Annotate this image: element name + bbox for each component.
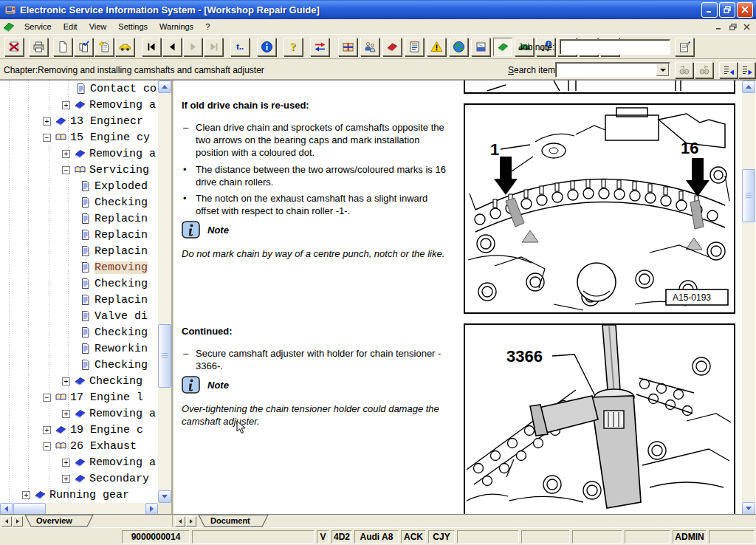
parcel-button[interactable] <box>338 38 357 56</box>
search-previous-button[interactable] <box>675 62 693 78</box>
manual-button[interactable] <box>382 38 402 56</box>
tab-scroll-right-button[interactable] <box>13 516 23 527</box>
new-document-button[interactable] <box>53 38 72 56</box>
tree-item[interactable]: + Removing a <box>0 145 159 162</box>
tree-item[interactable]: Contact co <box>0 80 159 97</box>
overview-panel: Contact co + Removing a + 13 Enginecr − … <box>0 80 173 515</box>
repair-guide-button[interactable] <box>493 38 512 56</box>
tree-item-selected[interactable]: Removing <box>0 259 159 275</box>
tree-item[interactable]: − 15 Engine cy <box>0 129 159 145</box>
tree-item[interactable]: Checking <box>0 324 159 340</box>
job-note-input[interactable] <box>560 39 670 55</box>
job-note-button[interactable] <box>675 38 694 56</box>
customer-button[interactable] <box>360 38 379 56</box>
menu-service[interactable]: Service <box>18 20 58 33</box>
new-note-button[interactable] <box>94 38 114 56</box>
expand-plus-icon[interactable]: + <box>43 426 51 434</box>
tree-item[interactable]: + Removing a <box>0 405 159 422</box>
menu-warnings[interactable]: Warnings <box>154 20 199 33</box>
tab-overview[interactable]: Overview <box>24 515 94 527</box>
warnings-button[interactable] <box>427 38 446 56</box>
tree-item[interactable]: + 13 Enginecr <box>0 113 159 129</box>
tab-document[interactable]: Document <box>198 515 269 527</box>
tab-scroll-right-button[interactable] <box>186 516 196 527</box>
scroll-thumb[interactable] <box>158 324 171 388</box>
menu-settings[interactable]: Settings <box>112 20 154 33</box>
tree-item[interactable]: Checking <box>0 194 159 210</box>
menu-view[interactable]: View <box>83 20 113 33</box>
tree-item[interactable]: + Secondary <box>0 470 159 487</box>
info-button[interactable] <box>257 38 276 56</box>
expand-plus-icon[interactable]: + <box>62 377 70 385</box>
document-vertical-scrollbar[interactable] <box>742 80 755 515</box>
tree-item[interactable]: + Checking <box>0 373 159 389</box>
swap-button[interactable] <box>310 38 329 56</box>
tree-item[interactable]: + 19 Engine c <box>0 422 159 438</box>
close-button[interactable] <box>737 2 753 18</box>
collapse-minus-icon[interactable]: − <box>43 442 51 450</box>
child-minimize-button[interactable] <box>712 21 725 32</box>
tree-item[interactable]: − Servicing <box>0 162 159 178</box>
flag-button[interactable] <box>471 38 490 56</box>
next-record-button[interactable] <box>183 38 202 56</box>
menu-edit[interactable]: Edit <box>58 20 83 33</box>
scroll-right-button[interactable] <box>145 503 158 515</box>
tree-item[interactable]: − 17 Engine l <box>0 389 159 405</box>
globe-button[interactable] <box>449 38 468 56</box>
tree-item[interactable]: Exploded <box>0 178 159 194</box>
exit-button[interactable] <box>4 38 24 56</box>
tree-horizontal-scrollbar[interactable] <box>0 503 158 515</box>
scroll-thumb[interactable] <box>13 503 46 515</box>
scroll-left-button[interactable] <box>0 503 13 515</box>
tree-item[interactable]: Replacin <box>0 243 159 259</box>
search-next-button[interactable] <box>695 62 713 78</box>
tree-item[interactable]: Replacin <box>0 210 159 227</box>
tree-item[interactable]: Replacin <box>0 292 159 308</box>
child-close-button[interactable] <box>740 21 753 32</box>
scroll-up-button[interactable] <box>158 80 171 93</box>
expand-plus-icon[interactable]: + <box>62 475 70 483</box>
tree-item[interactable]: Checking <box>0 357 159 373</box>
first-record-button[interactable] <box>142 38 161 56</box>
jump-previous-hit-button[interactable] <box>719 62 738 78</box>
tree-item[interactable]: − 26 Exhaust <box>0 438 159 454</box>
copy-check-button[interactable] <box>74 38 93 56</box>
collapse-minus-icon[interactable]: − <box>62 166 70 174</box>
terms-button[interactable]: t.. <box>230 38 250 56</box>
expand-plus-icon[interactable]: + <box>22 491 30 499</box>
search-item-combobox[interactable] <box>555 62 670 78</box>
list-document-button[interactable] <box>405 38 424 56</box>
help-button[interactable]: ? <box>284 38 303 56</box>
scroll-down-button[interactable] <box>158 490 171 503</box>
tree-item[interactable]: + Running gear <box>0 487 159 503</box>
jump-next-hit-button[interactable] <box>738 62 755 78</box>
collapse-minus-icon[interactable]: − <box>43 134 51 142</box>
tree-item[interactable]: Checking <box>0 275 159 292</box>
expand-plus-icon[interactable]: + <box>43 117 51 126</box>
vehicle-button[interactable] <box>115 38 134 56</box>
expand-plus-icon[interactable]: + <box>62 101 70 109</box>
tree-item[interactable]: + Removing a <box>0 97 159 113</box>
tree-item[interactable]: Replacin <box>0 227 159 243</box>
expand-plus-icon[interactable]: + <box>62 150 70 158</box>
last-record-button[interactable] <box>204 38 223 56</box>
tab-scroll-left-button[interactable] <box>1 516 12 527</box>
expand-plus-icon[interactable]: + <box>62 410 70 418</box>
tab-scroll-left-button[interactable] <box>175 516 185 527</box>
print-button[interactable] <box>29 38 48 56</box>
expand-plus-icon[interactable]: + <box>62 459 70 467</box>
previous-record-button[interactable] <box>162 38 182 56</box>
scroll-thumb[interactable] <box>742 169 755 222</box>
tree-item[interactable]: + Removing a <box>0 454 159 470</box>
menu-help[interactable]: ? <box>199 20 216 33</box>
tree-vertical-scrollbar[interactable] <box>158 80 171 503</box>
tree-item[interactable]: Valve di <box>0 308 159 324</box>
scroll-up-button[interactable] <box>742 80 755 93</box>
combo-dropdown-button[interactable] <box>656 64 669 76</box>
child-restore-button[interactable] <box>726 21 739 32</box>
restore-button[interactable] <box>719 2 735 18</box>
minimize-button[interactable] <box>701 2 718 18</box>
tree-item[interactable]: Reworkin <box>0 340 159 357</box>
scroll-down-button[interactable] <box>742 502 755 515</box>
collapse-minus-icon[interactable]: − <box>43 394 51 402</box>
